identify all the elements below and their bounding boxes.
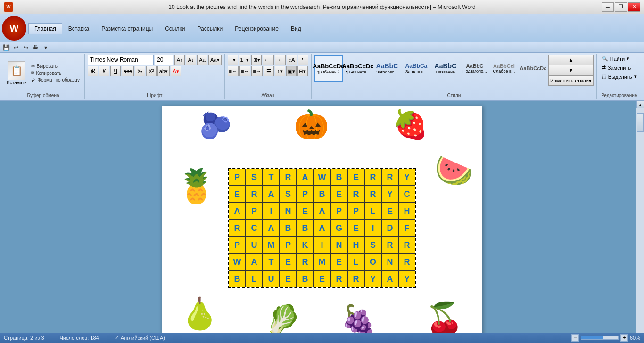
tab-review[interactable]: Рецензирование	[229, 23, 285, 34]
tab-mailings[interactable]: Рассылки	[191, 23, 229, 34]
ws-cell-5-6: E	[330, 253, 347, 270]
copy-button[interactable]: ⧉ Копировать	[29, 70, 82, 76]
change-styles-button[interactable]: Изменить стили▾	[548, 75, 594, 86]
strikethrough-button[interactable]: abc	[122, 66, 134, 76]
close-button[interactable]: ✕	[628, 2, 640, 12]
office-button[interactable]: W	[2, 16, 26, 41]
style-title-item[interactable]: AaBbC Название	[431, 55, 460, 82]
restore-button[interactable]: ❐	[615, 2, 627, 12]
format-painter-button[interactable]: 🖌 Формат по образцу	[29, 77, 82, 83]
sort-button[interactable]: ↕A	[287, 55, 297, 65]
ws-cell-5-3: E	[280, 253, 297, 270]
ws-cell-4-9: R	[381, 237, 398, 253]
vertical-scrollbar[interactable]: ▲ ▼	[636, 101, 644, 343]
font-name-input[interactable]	[88, 55, 154, 65]
cherry-image: 🍒	[425, 301, 463, 336]
style-h2-item[interactable]: AaBbCa Заголово...	[402, 55, 430, 82]
font-grow-button[interactable]: A↑	[174, 55, 185, 65]
find-button[interactable]: 🔍 Найти ▾	[600, 55, 639, 63]
align-right-button[interactable]: ≡→	[251, 66, 262, 76]
show-marks-button[interactable]: ¶	[298, 55, 308, 65]
ws-cell-2-2: I	[263, 203, 280, 220]
bullets-button[interactable]: ≡▾	[228, 55, 238, 65]
font-shrink-button[interactable]: A↓	[186, 55, 196, 65]
style-subtitle-preview: AaBbC	[466, 63, 484, 69]
tab-insert[interactable]: Вставка	[62, 23, 96, 34]
tab-page-layout[interactable]: Разметка страницы	[95, 23, 159, 34]
subscript-button[interactable]: X₂	[135, 66, 145, 76]
style-subtle-item[interactable]: AaBbCcI Слабое в...	[490, 55, 518, 82]
print-quick-btn[interactable]: 🖶	[32, 43, 40, 52]
style-normal-item[interactable]: AaBbCcDc ¶ Обычный	[314, 55, 343, 82]
zoom-fill	[581, 336, 603, 339]
ws-cell-0-9: R	[381, 169, 398, 186]
style-h1-preview: AaBbC	[376, 62, 398, 70]
language: ✓ Английский (США)	[115, 335, 165, 341]
underline-button[interactable]: Ч	[110, 66, 121, 76]
styles-down-button[interactable]: ▼	[548, 65, 594, 75]
ws-cell-3-3: B	[280, 220, 297, 237]
ws-cell-6-0: B	[229, 270, 246, 287]
bold-button[interactable]: Ж	[88, 66, 98, 76]
scroll-track[interactable]	[636, 108, 644, 343]
paste-button[interactable]: 📋 Вставить	[5, 60, 28, 86]
ws-cell-0-5: W	[314, 169, 330, 186]
change-case-button[interactable]: Aa▾	[208, 55, 221, 65]
clipboard-items: 📋 Вставить ✂ Вырезать ⧉ Копировать 🖌 Фор…	[5, 55, 82, 98]
ws-cell-4-0: P	[229, 237, 246, 253]
replace-button[interactable]: ⇄ Заменить	[600, 64, 639, 72]
multilevel-button[interactable]: ⊞▾	[251, 55, 262, 65]
save-quick-btn[interactable]: 💾	[2, 43, 10, 52]
style-h1-item[interactable]: AaBbC Заголово...	[373, 55, 401, 82]
font-size-input[interactable]	[155, 55, 173, 65]
select-icon: ⬚	[602, 74, 606, 80]
undo-quick-btn[interactable]: ↩	[12, 43, 20, 52]
tab-references[interactable]: Ссылки	[159, 23, 191, 34]
zoom-out-button[interactable]: −	[571, 334, 579, 342]
redo-quick-btn[interactable]: ↪	[22, 43, 30, 52]
shading-button[interactable]: ▣▾	[286, 66, 297, 76]
borders-button[interactable]: ⊞▾	[297, 66, 308, 76]
status-divider-1	[52, 335, 52, 341]
ws-cell-2-6: P	[330, 203, 347, 220]
font-color-button[interactable]: A▾	[171, 66, 181, 76]
styles-label: Стили	[312, 93, 596, 98]
increase-indent-button[interactable]: →≡	[275, 55, 286, 65]
ws-cell-1-2: A	[263, 186, 280, 203]
line-spacing-button[interactable]: ↕▾	[275, 66, 285, 76]
numbering-button[interactable]: 1≡▾	[239, 55, 251, 65]
clear-format-button[interactable]: Aa	[197, 55, 207, 65]
tab-home[interactable]: Главная	[28, 23, 62, 34]
blueberry-image: 🫐	[199, 110, 232, 141]
tab-view[interactable]: Вид	[285, 23, 307, 34]
superscript-button[interactable]: X²	[146, 66, 157, 76]
style-nospace-item[interactable]: AaBbCcDc ¶ Без инте...	[344, 55, 372, 82]
zoom-controls: − + 60%	[571, 334, 640, 342]
cut-button[interactable]: ✂ Вырезать	[29, 63, 82, 69]
justify-button[interactable]: ☰	[264, 66, 274, 76]
style-more-item[interactable]: AaBbCcDc	[519, 55, 547, 82]
style-subtitle-item[interactable]: AaBbC Подзаголо...	[461, 55, 489, 82]
select-button[interactable]: ⬚ Выделить ▾	[600, 73, 639, 81]
ws-cell-6-2: U	[263, 270, 280, 287]
ws-cell-1-1: R	[246, 186, 263, 203]
quick-access-toolbar: 💾 ↩ ↪ 🖶 ▾	[0, 42, 644, 53]
text-highlight-button[interactable]: ab▾	[157, 66, 170, 76]
ribbon-content: 📋 Вставить ✂ Вырезать ⧉ Копировать 🖌 Фор…	[0, 53, 644, 100]
zoom-slider[interactable]	[581, 336, 619, 340]
paragraph-group: ≡▾ 1≡▾ ⊞▾ ←≡ →≡ ↕A ¶ ≡← ≡↔ ≡→ ☰ ↕▾ ▣▾ ⊞▾	[225, 54, 312, 99]
styles-group: AaBbCcDc ¶ Обычный AaBbCcDc ¶ Без инте..…	[312, 54, 597, 99]
ws-cell-1-10: C	[398, 186, 415, 203]
style-subtle-label: Слабое в...	[493, 69, 515, 74]
decrease-indent-button[interactable]: ←≡	[263, 55, 273, 65]
align-left-button[interactable]: ≡←	[228, 66, 239, 76]
styles-up-button[interactable]: ▲	[548, 55, 594, 65]
zoom-in-button[interactable]: +	[620, 334, 628, 342]
minimize-button[interactable]: ─	[602, 2, 614, 12]
scroll-up-button[interactable]: ▲	[636, 101, 644, 108]
italic-button[interactable]: К	[99, 66, 109, 76]
scroll-thumb[interactable]	[637, 113, 644, 132]
more-quick-btn[interactable]: ▾	[41, 43, 50, 52]
ws-cell-5-10: R	[398, 253, 415, 270]
align-center-button[interactable]: ≡↔	[239, 66, 250, 76]
